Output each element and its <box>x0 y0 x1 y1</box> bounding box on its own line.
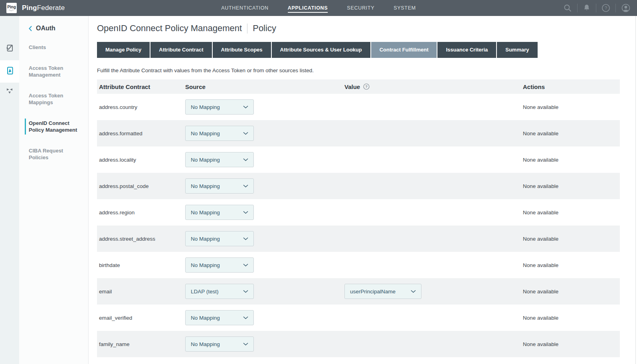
source-dropdown-value: No Mapping <box>191 157 220 163</box>
source-dropdown[interactable]: No Mapping <box>185 126 254 141</box>
sidebar: OAuth ClientsAccess Token ManagementAcce… <box>0 16 89 364</box>
actions-cell: None available <box>521 315 620 321</box>
attribute-name: family_name <box>97 341 183 347</box>
source-cell: No Mapping <box>183 205 342 220</box>
actions-cell: None available <box>521 289 620 295</box>
table-row: email_verified No Mapping None available <box>97 305 620 331</box>
nav-item-system[interactable]: SYSTEM <box>394 3 416 13</box>
fulfillment-table: Attribute Contract Source Value ? Action… <box>97 79 620 357</box>
table-row: birthdate No Mapping None available <box>97 252 620 278</box>
tab-summary[interactable]: Summary <box>497 42 537 58</box>
chevron-left-icon <box>29 26 32 32</box>
attribute-name: email_verified <box>97 315 183 321</box>
notifications-icon[interactable] <box>583 4 591 12</box>
help-icon[interactable]: ? <box>601 4 610 12</box>
tab-issuance-criteria[interactable]: Issuance Criteria <box>437 42 496 58</box>
title-divider <box>247 24 247 34</box>
access-token-management-icon[interactable] <box>5 66 14 75</box>
actions-cell: None available <box>521 104 620 110</box>
source-dropdown[interactable]: No Mapping <box>185 257 254 273</box>
source-dropdown[interactable]: No Mapping <box>185 231 254 246</box>
column-header-actions: Actions <box>521 83 620 90</box>
nav-item-authentication[interactable]: AUTHENTICATION <box>221 3 269 13</box>
chevron-down-icon <box>243 316 248 319</box>
source-cell: No Mapping <box>183 336 342 352</box>
nav-item-security[interactable]: SECURITY <box>347 3 374 13</box>
source-dropdown[interactable]: No Mapping <box>185 310 254 325</box>
ping-logo: Ping <box>6 3 17 13</box>
sidebar-body: OAuth ClientsAccess Token ManagementAcce… <box>19 16 88 161</box>
actions-cell: None available <box>521 131 620 136</box>
oauth-back-link[interactable]: OAuth <box>29 25 88 32</box>
chevron-down-icon <box>243 184 248 188</box>
tab-attribute-scopes[interactable]: Attribute Scopes <box>213 42 271 58</box>
source-dropdown-value: No Mapping <box>191 262 220 268</box>
page-title-row: OpenID Connect Policy Management Policy <box>97 23 620 34</box>
source-dropdown[interactable]: LDAP (test) <box>185 284 254 299</box>
source-cell: No Mapping <box>183 178 342 194</box>
table-row: address.region No Mapping None available <box>97 199 620 226</box>
brand-ping: Ping <box>22 4 37 12</box>
tab-contract-fulfillment[interactable]: Contract Fulfillment <box>371 42 437 58</box>
page-subtitle: Policy <box>253 23 276 34</box>
header-divider <box>615 4 616 12</box>
source-cell: No Mapping <box>183 152 342 167</box>
source-cell: No Mapping <box>183 99 342 115</box>
source-dropdown-value: No Mapping <box>191 341 220 347</box>
help-circle-icon[interactable]: ? <box>363 83 370 90</box>
value-dropdown-value: userPrincipalName <box>350 289 396 295</box>
chevron-down-icon <box>243 105 248 109</box>
app-header: Ping PingFederate AUTHENTICATIONAPPLICAT… <box>0 0 637 16</box>
source-dropdown-value: No Mapping <box>191 210 220 216</box>
chevron-down-icon <box>243 342 248 346</box>
svg-text:?: ? <box>365 85 368 89</box>
clients-icon[interactable] <box>5 44 14 52</box>
attribute-name: address.region <box>97 210 183 216</box>
source-dropdown[interactable]: No Mapping <box>185 336 254 352</box>
actions-cell: None available <box>521 157 620 163</box>
sidebar-item-ciba-request-policies[interactable]: CIBA Request Policies <box>29 147 79 161</box>
scrollbar-track[interactable] <box>635 16 636 364</box>
source-dropdown[interactable]: No Mapping <box>185 178 254 194</box>
sidebar-item-clients[interactable]: Clients <box>29 44 79 51</box>
tab-attribute-contract[interactable]: Attribute Contract <box>150 42 212 58</box>
value-cell: userPrincipalName <box>342 284 521 299</box>
main-nav: AUTHENTICATIONAPPLICATIONSSECURITYSYSTEM <box>221 3 416 13</box>
tab-attribute-sources-user-lookup[interactable]: Attribute Sources & User Lookup <box>272 42 370 58</box>
source-dropdown[interactable]: No Mapping <box>185 99 254 115</box>
access-token-mappings-icon[interactable] <box>5 87 14 95</box>
chevron-down-icon <box>411 290 416 293</box>
tab-manage-policy[interactable]: Manage Policy <box>97 42 150 58</box>
source-cell: LDAP (test) <box>183 284 342 299</box>
sidebar-item-access-token-management[interactable]: Access Token Management <box>29 65 79 78</box>
column-header-source: Source <box>183 83 342 90</box>
sidebar-items: ClientsAccess Token ManagementAccess Tok… <box>29 44 88 161</box>
actions-cell: None available <box>521 236 620 242</box>
search-icon[interactable] <box>563 4 572 12</box>
source-dropdown[interactable]: No Mapping <box>185 205 254 220</box>
value-dropdown[interactable]: userPrincipalName <box>344 284 421 299</box>
header-divider <box>577 4 578 12</box>
sidebar-item-access-token-mappings[interactable]: Access Token Mappings <box>29 92 79 106</box>
account-icon[interactable] <box>621 3 631 13</box>
chevron-down-icon <box>243 158 248 161</box>
nav-item-applications[interactable]: APPLICATIONS <box>288 3 328 13</box>
table-row: email LDAP (test) userPrincipalName None… <box>97 278 620 305</box>
source-dropdown-value: No Mapping <box>191 315 220 321</box>
source-dropdown[interactable]: No Mapping <box>185 152 254 167</box>
table-body: address.country No Mapping None availabl… <box>97 94 620 357</box>
table-row: address.formatted No Mapping None availa… <box>97 120 620 146</box>
chevron-down-icon <box>243 263 248 267</box>
column-header-attribute-contract: Attribute Contract <box>97 83 183 90</box>
back-label: OAuth <box>36 25 55 32</box>
brand-federate: Federate <box>37 4 65 12</box>
table-row: address.locality No Mapping None availab… <box>97 146 620 173</box>
column-header-value: Value ? <box>342 83 521 90</box>
chevron-down-icon <box>243 132 248 135</box>
page-title: OpenID Connect Policy Management <box>97 23 242 34</box>
sidebar-item-openid-connect-policy-management[interactable]: OpenID Connect Policy Management <box>29 120 79 133</box>
chevron-down-icon <box>243 290 248 293</box>
table-row: address.street_address No Mapping None a… <box>97 226 620 252</box>
source-dropdown-value: LDAP (test) <box>191 289 219 295</box>
chevron-down-icon <box>243 211 248 214</box>
